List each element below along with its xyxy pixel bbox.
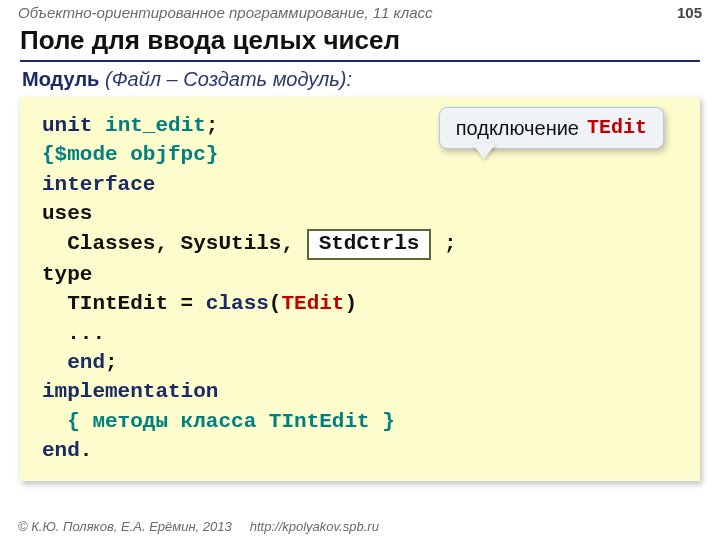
page-number: 105 xyxy=(677,4,702,21)
callout-text: подключение xyxy=(456,114,579,142)
code-line-end: end. xyxy=(42,436,682,465)
code-line-type-decl: TIntEdit = class(TEdit) xyxy=(42,289,682,318)
subtitle-module-word: Модуль xyxy=(22,68,99,90)
subtitle-rest: (Файл – Создать модуль): xyxy=(99,68,352,90)
header-bar: Объектно-ориентированное программировани… xyxy=(0,0,720,23)
code-block: подключение TEdit unit int_edit; {$mode … xyxy=(20,97,700,481)
footer-copyright: © К.Ю. Поляков, Е.А. Ерёмин, 2013 xyxy=(18,519,232,534)
subtitle: Модуль (Файл – Создать модуль): xyxy=(22,68,700,91)
page-title: Поле для ввода целых чисел xyxy=(20,25,700,62)
code-line-ellipsis: ... xyxy=(42,319,682,348)
footer-url: http://kpolyakov.spb.ru xyxy=(250,519,379,534)
stdctrls-box: StdCtrls xyxy=(307,229,432,260)
slide: Объектно-ориентированное программировани… xyxy=(0,0,720,540)
callout-tail xyxy=(472,143,496,159)
code-line-interface: interface xyxy=(42,170,682,199)
code-line-type: type xyxy=(42,260,682,289)
code-line-uses-list: Classes, SysUtils, StdCtrls ; xyxy=(42,229,682,260)
code-line-end-type: end; xyxy=(42,348,682,377)
code-line-implementation: implementation xyxy=(42,377,682,406)
code-line-impl-comment: { методы класса TIntEdit } xyxy=(42,407,682,436)
code-line-uses: uses xyxy=(42,199,682,228)
course-name: Объектно-ориентированное программировани… xyxy=(18,4,433,21)
footer: © К.Ю. Поляков, Е.А. Ерёмин, 2013 http:/… xyxy=(0,519,720,534)
callout-tedit: TEdit xyxy=(587,114,647,142)
